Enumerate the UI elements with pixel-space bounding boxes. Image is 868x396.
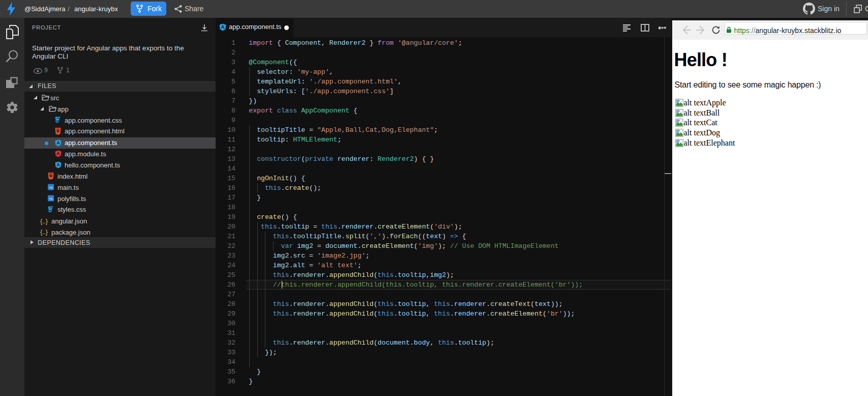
svg-text:TS: TS (49, 186, 52, 189)
svg-text:TS: TS (49, 197, 52, 201)
